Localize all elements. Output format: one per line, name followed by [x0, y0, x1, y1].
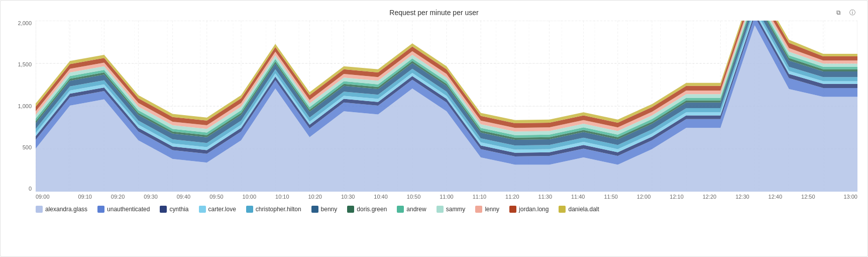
y-label-500: 500	[23, 145, 32, 150]
x-label-1130: 11:30	[529, 194, 562, 200]
x-label-0900: 09:00	[36, 194, 68, 200]
x-label-1240: 12:40	[759, 194, 792, 200]
legend-item-daniela[interactable]: daniela.dalt	[559, 206, 599, 213]
legend-label-daniela: daniela.dalt	[568, 206, 599, 213]
legend-item-sammy[interactable]: sammy	[437, 206, 466, 213]
x-axis: 09:00 09:10 09:20 09:30 09:40 09:50 10:0…	[11, 194, 857, 200]
x-label-1100: 11:00	[430, 194, 463, 200]
legend-label-cynthia: cynthia	[169, 206, 188, 213]
legend-item-jordan[interactable]: jordan.long	[509, 206, 549, 213]
legend-item-benny[interactable]: benny	[311, 206, 338, 213]
x-label-0940: 09:40	[167, 194, 200, 200]
chart-svg	[36, 21, 857, 192]
x-label-1300: 13:00	[825, 194, 857, 200]
x-label-1230: 12:30	[726, 194, 758, 200]
x-label-0930: 09:30	[134, 194, 167, 200]
x-label-0950: 09:50	[200, 194, 233, 200]
x-label-1040: 10:40	[364, 194, 397, 200]
legend-label-christopher: christopher.hilton	[256, 206, 301, 213]
legend-color-daniela	[559, 206, 566, 213]
legend-label-unauthenticated: unauthenticated	[107, 206, 150, 213]
legend-item-alexandra[interactable]: alexandra.glass	[36, 206, 87, 213]
chart-container: Request per minute per user ⧉ ⓘ 2,000 1,…	[0, 0, 868, 257]
legend-color-lenny	[475, 206, 482, 213]
x-label-1210: 12:10	[660, 194, 693, 200]
legend-item-carter-love[interactable]: carter.love	[199, 206, 236, 213]
legend-label-andrew: andrew	[406, 206, 426, 213]
x-label-1140: 11:40	[562, 194, 594, 200]
x-label-1000: 10:00	[233, 194, 266, 200]
chart-actions: ⧉ ⓘ	[833, 8, 857, 18]
info-icon[interactable]: ⓘ	[847, 8, 857, 18]
x-label-1250: 12:50	[792, 194, 824, 200]
x-label-1050: 10:50	[397, 194, 430, 200]
legend-color-christopher	[246, 206, 253, 213]
x-label-1120: 11:20	[496, 194, 528, 200]
legend-color-unauthenticated	[97, 206, 104, 213]
x-label-1030: 10:30	[332, 194, 364, 200]
x-label-1010: 10:10	[266, 194, 298, 200]
chart-plot	[36, 21, 857, 192]
legend-color-alexandra	[36, 206, 43, 213]
x-label-0910: 09:10	[68, 194, 101, 200]
legend-item-cynthia[interactable]: cynthia	[160, 206, 188, 213]
legend-color-jordan	[509, 206, 516, 213]
expand-icon[interactable]: ⧉	[833, 8, 843, 18]
chart-title: Request per minute per user	[11, 9, 857, 17]
x-label-1020: 10:20	[299, 194, 332, 200]
legend-label-carter-love: carter.love	[208, 206, 236, 213]
legend-label-alexandra: alexandra.glass	[45, 206, 87, 213]
legend-label-sammy: sammy	[446, 206, 466, 213]
legend-item-lenny[interactable]: lenny	[475, 206, 499, 213]
legend-color-cynthia	[160, 206, 167, 213]
x-label-1150: 11:50	[594, 194, 627, 200]
legend-label-lenny: lenny	[485, 206, 499, 213]
chart-area: 2,000 1,500 1,000 500 0	[11, 21, 857, 192]
legend-label-jordan: jordan.long	[519, 206, 549, 213]
chart-legend: alexandra.glass unauthenticated cynthia …	[11, 200, 857, 213]
legend-color-andrew	[397, 206, 404, 213]
legend-item-christopher[interactable]: christopher.hilton	[246, 206, 301, 213]
legend-item-unauthenticated[interactable]: unauthenticated	[97, 206, 150, 213]
y-label-0: 0	[29, 186, 32, 192]
legend-color-benny	[311, 206, 318, 213]
legend-item-andrew[interactable]: andrew	[397, 206, 426, 213]
legend-label-doris: doris.green	[357, 206, 387, 213]
x-label-0920: 09:20	[101, 194, 134, 200]
legend-item-doris[interactable]: doris.green	[347, 206, 387, 213]
legend-color-sammy	[437, 206, 444, 213]
x-label-1220: 12:20	[693, 194, 726, 200]
y-label-1000: 1,000	[18, 104, 32, 109]
legend-color-carter-love	[199, 206, 206, 213]
x-label-1200: 12:00	[627, 194, 660, 200]
y-axis: 2,000 1,500 1,000 500 0	[11, 21, 36, 192]
y-label-1500: 1,500	[18, 62, 32, 67]
y-label-2000: 2,000	[18, 21, 32, 26]
x-label-1110: 11:10	[463, 194, 496, 200]
legend-label-benny: benny	[321, 206, 338, 213]
legend-color-doris	[347, 206, 354, 213]
